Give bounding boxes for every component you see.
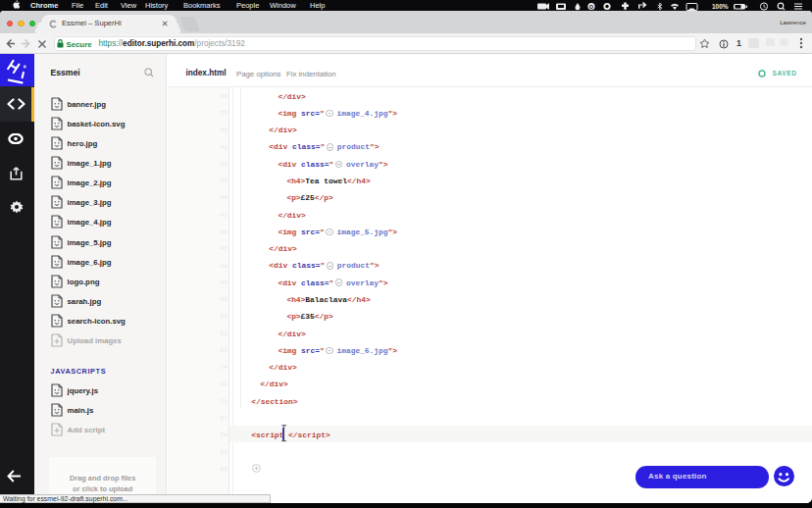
svg-text:O: O: [589, 3, 594, 9]
svg-text:100%: 100%: [712, 3, 729, 10]
